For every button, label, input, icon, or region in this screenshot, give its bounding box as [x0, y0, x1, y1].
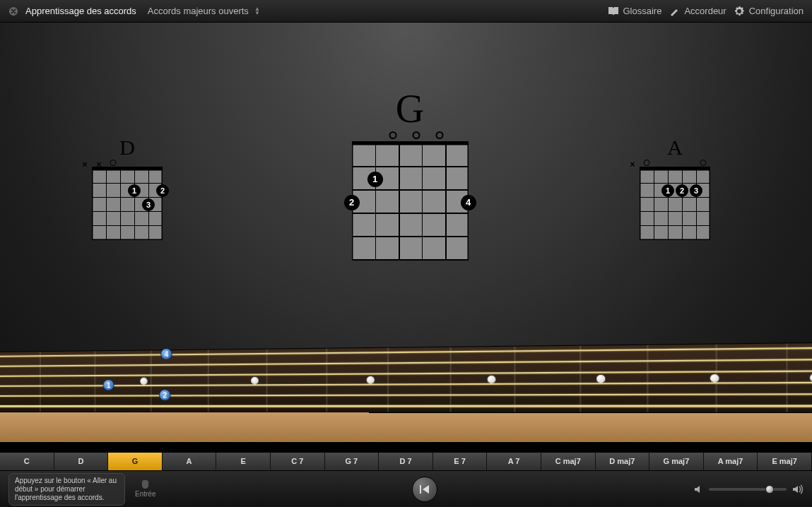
gear-icon — [734, 6, 745, 17]
finger-dot: 2 — [676, 184, 688, 197]
chord-tab-cmaj7[interactable]: C maj7 — [541, 453, 596, 470]
strings — [0, 340, 812, 413]
open-marker — [700, 160, 707, 166]
transport-bar: Appuyez sur le bouton « Aller au début »… — [0, 470, 812, 507]
mute-marker — [82, 160, 87, 169]
entry-indicator: Entrée — [135, 480, 155, 498]
chord-name: G — [346, 86, 473, 131]
neck-finger-dot: 4 — [160, 348, 172, 360]
close-icon[interactable] — [8, 6, 18, 16]
header-bar: Apprentissage des accords Accords majeur… — [0, 0, 812, 23]
chord-tab-a7[interactable]: A 7 — [487, 453, 541, 470]
chord-name: A — [632, 136, 717, 160]
app-title: Apprentissage des accords — [25, 6, 136, 16]
chord-grid: 124 — [352, 144, 469, 261]
neck-finger-dot: 2 — [159, 389, 171, 401]
finger-dot: 1 — [128, 184, 141, 197]
lesson-select[interactable]: Accords majeurs ouverts ▲▼ — [148, 6, 260, 16]
chevron-updown-icon: ▲▼ — [254, 7, 260, 16]
chord-strip: CDGAEC 7G 7D 7E 7A 7C maj7D maj7G maj7A … — [0, 452, 812, 470]
open-marker — [644, 160, 650, 166]
svg-rect-1 — [420, 485, 421, 494]
chord-tab-d[interactable]: D — [54, 453, 109, 470]
finger-dot: 3 — [690, 184, 702, 197]
chord-diagram-g: G 124 — [346, 86, 473, 263]
chord-tab-g[interactable]: G — [108, 453, 163, 470]
chord-tab-emaj7[interactable]: E maj7 — [758, 453, 812, 470]
glossary-label: Glossaire — [623, 6, 662, 16]
open-marker — [436, 131, 444, 139]
finger-dot: 4 — [461, 195, 476, 210]
chord-tab-amaj7[interactable]: A maj7 — [704, 453, 758, 470]
chord-tab-a[interactable]: A — [163, 453, 217, 470]
chord-tab-d7[interactable]: D 7 — [379, 453, 433, 470]
fretboard: 412 — [0, 340, 812, 413]
glossary-button[interactable]: Glossaire — [608, 6, 662, 16]
open-marker — [389, 131, 397, 139]
entry-label: Entrée — [135, 490, 155, 498]
chord-tab-c[interactable]: C — [0, 453, 54, 470]
chord-grid: 123 — [640, 169, 710, 240]
chord-tab-e7[interactable]: E 7 — [433, 453, 488, 470]
chord-tab-dmaj7[interactable]: D maj7 — [596, 453, 650, 470]
finger-dot: 2 — [156, 184, 169, 197]
tuner-label: Accordeur — [684, 6, 726, 16]
lesson-name: Accords majeurs ouverts — [148, 6, 249, 16]
finger-dot: 1 — [367, 172, 383, 187]
volume-high-icon — [792, 484, 804, 494]
chord-grid: 123 — [92, 169, 163, 240]
chord-tab-g7[interactable]: G 7 — [325, 453, 379, 470]
volume-knob[interactable] — [765, 485, 774, 494]
volume-control[interactable] — [693, 484, 804, 494]
finger-dot: 3 — [142, 198, 155, 211]
neck-finger-dot: 1 — [103, 379, 114, 390]
config-button[interactable]: Configuration — [734, 6, 804, 17]
finger-dot: 1 — [661, 184, 674, 197]
book-icon — [608, 6, 619, 16]
chord-tab-e[interactable]: E — [216, 453, 271, 470]
chord-diagram-a: A 123 — [632, 136, 717, 243]
finger-dot: 2 — [344, 195, 360, 210]
mic-icon — [142, 480, 148, 489]
chord-tab-gmaj7[interactable]: G maj7 — [649, 453, 704, 470]
open-marker — [413, 131, 420, 139]
chord-name: D — [85, 136, 170, 160]
volume-low-icon — [693, 484, 703, 494]
mute-marker — [630, 160, 635, 169]
open-marker — [110, 160, 117, 166]
skip-start-icon — [418, 483, 431, 496]
go-to-start-button[interactable] — [412, 477, 437, 502]
hint-tooltip: Appuyez sur le bouton « Aller au début »… — [8, 473, 125, 506]
chord-tab-c7[interactable]: C 7 — [271, 453, 325, 470]
tuningfork-icon — [669, 6, 680, 16]
tuner-button[interactable]: Accordeur — [669, 6, 726, 16]
chord-diagrams: D 123 G 124 A 123 — [0, 86, 812, 298]
config-label: Configuration — [749, 6, 804, 16]
chord-diagram-d: D 123 — [85, 136, 170, 243]
volume-slider[interactable] — [709, 488, 787, 491]
app-root: Apprentissage des accords Accords majeur… — [0, 0, 812, 507]
stage: D 123 G 124 A 123 — [0, 23, 812, 442]
